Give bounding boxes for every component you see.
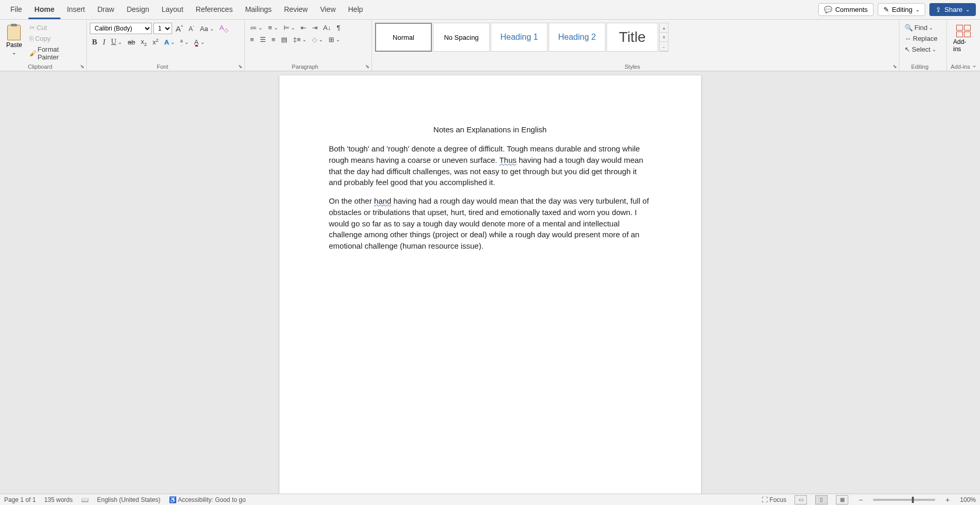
- bold-button[interactable]: B: [90, 37, 99, 48]
- subscript-button[interactable]: x2: [139, 37, 149, 48]
- align-center-button[interactable]: ☰: [258, 35, 268, 44]
- tab-help[interactable]: Help: [342, 1, 369, 19]
- tab-mailings[interactable]: Mailings: [239, 1, 277, 19]
- font-dialog-launcher[interactable]: ⬊: [237, 64, 243, 70]
- align-left-button[interactable]: ≡: [248, 35, 256, 44]
- align-right-button[interactable]: ≡: [270, 35, 278, 44]
- status-accessibility[interactable]: ♿ Accessibility: Good to go: [169, 496, 246, 503]
- addins-label: Add-ins: [953, 38, 974, 53]
- search-icon: 🔍: [905, 24, 913, 32]
- comments-label: Comments: [835, 6, 868, 13]
- status-words[interactable]: 135 words: [44, 496, 72, 503]
- text-effects-button[interactable]: A ⌄: [162, 37, 177, 47]
- page[interactable]: Notes an Explanations in English Both 't…: [279, 75, 701, 494]
- zoom-out-button[interactable]: −: [857, 496, 865, 504]
- strikethrough-button[interactable]: ab: [126, 37, 137, 47]
- shrink-font-button[interactable]: Aˇ: [186, 24, 196, 34]
- style-no-spacing[interactable]: No Spacing: [433, 23, 490, 52]
- tab-references[interactable]: References: [190, 1, 239, 19]
- tab-insert[interactable]: Insert: [60, 1, 91, 19]
- brush-icon: 🖌: [29, 50, 36, 57]
- numbering-button[interactable]: ≡ ⌄: [266, 23, 280, 33]
- zoom-in-button[interactable]: +: [943, 496, 952, 504]
- grow-font-button[interactable]: A^: [174, 23, 185, 34]
- document-title[interactable]: Notes an Explanations in English: [329, 125, 651, 134]
- increase-indent-button[interactable]: ⇥: [310, 23, 320, 33]
- paste-button[interactable]: Paste ⌄: [3, 23, 25, 57]
- styles-dialog-launcher[interactable]: ⬊: [892, 64, 898, 70]
- underline-button[interactable]: U ⌄: [109, 37, 124, 47]
- tab-view[interactable]: View: [314, 1, 342, 19]
- tab-file[interactable]: File: [4, 1, 28, 19]
- show-hide-marks-button[interactable]: ¶: [335, 23, 343, 33]
- clipboard-dialog-launcher[interactable]: ⬊: [79, 64, 85, 70]
- line-spacing-button[interactable]: ‡≡ ⌄: [291, 35, 308, 44]
- find-label: Find: [914, 24, 927, 32]
- style-heading1[interactable]: Heading 1: [491, 23, 548, 52]
- view-print-layout[interactable]: ▯: [815, 495, 828, 504]
- status-spellcheck-icon[interactable]: 📖: [81, 496, 89, 503]
- tab-draw[interactable]: Draw: [91, 1, 120, 19]
- justify-button[interactable]: ▤: [279, 35, 289, 44]
- italic-button[interactable]: I: [101, 37, 107, 48]
- editing-mode-button[interactable]: ✎ Editing ⌄: [878, 3, 926, 16]
- style-title[interactable]: Title: [606, 23, 658, 52]
- view-read-mode[interactable]: ▭: [795, 495, 807, 504]
- paragraph-1[interactable]: Both 'tough' and 'rough' denote a degree…: [329, 143, 651, 188]
- styles-scroll-down[interactable]: ▾: [660, 33, 668, 42]
- status-language[interactable]: English (United States): [97, 496, 161, 503]
- sort-button[interactable]: A↓: [321, 23, 333, 33]
- styles-scroll-up[interactable]: ▴: [660, 23, 668, 33]
- font-group-label: Font: [87, 64, 238, 70]
- ribbon: Paste ⌄ ✂ Cut ⎘ Copy 🖌 Format Painter Cl…: [0, 20, 980, 71]
- comments-button[interactable]: 💬 Comments: [818, 3, 874, 16]
- format-painter-button[interactable]: 🖌 Format Painter: [27, 44, 83, 62]
- font-color-button[interactable]: A ⌄: [192, 37, 207, 47]
- paste-icon: [7, 25, 21, 40]
- font-name-combo[interactable]: Calibri (Body): [90, 23, 152, 34]
- shading-button[interactable]: ◇ ⌄: [310, 35, 325, 44]
- change-case-button[interactable]: Aa ⌄: [198, 24, 216, 34]
- decrease-indent-button[interactable]: ⇤: [299, 23, 308, 33]
- multilevel-list-button[interactable]: ⊨ ⌄: [282, 23, 297, 33]
- styles-expand[interactable]: ⌄: [660, 42, 668, 51]
- addins-button[interactable]: Add-ins: [950, 23, 977, 55]
- zoom-level[interactable]: 100%: [960, 496, 976, 503]
- focus-mode-button[interactable]: ⛶ Focus: [761, 496, 786, 503]
- zoom-slider[interactable]: [873, 499, 935, 501]
- font-size-combo[interactable]: 11: [153, 23, 172, 34]
- paragraph-dialog-launcher[interactable]: ⬊: [364, 64, 370, 70]
- grammar-flag-hand[interactable]: hand: [374, 196, 391, 205]
- share-button[interactable]: ⇪ Share ⌄: [929, 3, 976, 16]
- borders-button[interactable]: ⊞ ⌄: [326, 35, 342, 44]
- clear-formatting-button[interactable]: A◇: [217, 23, 230, 35]
- find-button[interactable]: 🔍 Find ⌄: [903, 23, 940, 33]
- highlight-button[interactable]: ª ⌄: [178, 37, 191, 47]
- superscript-button[interactable]: x2: [150, 37, 161, 47]
- clipboard-group-label: Clipboard: [0, 64, 80, 70]
- editing-group-label: Editing: [899, 64, 940, 70]
- tab-layout[interactable]: Layout: [155, 1, 190, 19]
- status-page[interactable]: Page 1 of 1: [4, 496, 36, 503]
- group-editing: 🔍 Find ⌄ ↔ Replace ↖ Select ⌄ Editing: [899, 20, 947, 71]
- style-normal[interactable]: Normal: [375, 23, 432, 52]
- copy-button[interactable]: ⎘ Copy: [27, 34, 83, 43]
- replace-button[interactable]: ↔ Replace: [903, 34, 940, 43]
- tab-design[interactable]: Design: [120, 1, 155, 19]
- bullets-button[interactable]: ≔ ⌄: [248, 23, 265, 33]
- grammar-flag-thus[interactable]: Thus: [499, 156, 516, 164]
- style-heading2[interactable]: Heading 2: [549, 23, 605, 52]
- tab-review[interactable]: Review: [278, 1, 314, 19]
- paragraph-2[interactable]: On the other hand having had a rough day…: [329, 195, 651, 252]
- chevron-down-icon: ⌄: [12, 50, 16, 55]
- select-button[interactable]: ↖ Select ⌄: [903, 44, 940, 54]
- format-painter-label: Format Painter: [38, 45, 81, 61]
- collapse-ribbon-button[interactable]: ⌄: [972, 62, 977, 69]
- cut-button[interactable]: ✂ Cut: [27, 23, 83, 33]
- view-web-layout[interactable]: ▦: [836, 495, 848, 504]
- document-area[interactable]: Notes an Explanations in English Both 't…: [0, 71, 980, 494]
- share-icon: ⇪: [936, 6, 941, 13]
- zoom-thumb[interactable]: [912, 497, 914, 503]
- tab-home[interactable]: Home: [28, 1, 61, 19]
- comment-icon: 💬: [824, 6, 832, 13]
